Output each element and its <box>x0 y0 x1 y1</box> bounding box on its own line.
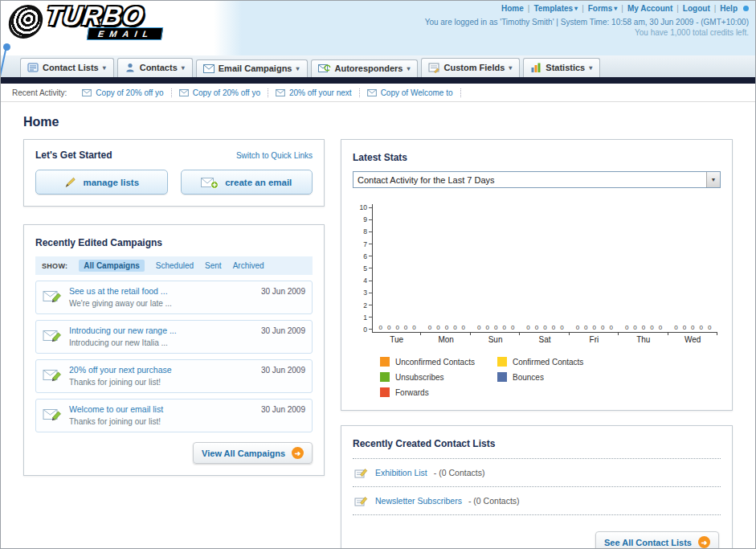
campaign-link[interactable]: Welcome to our email list <box>69 404 254 414</box>
envelope-pencil-icon <box>43 406 62 422</box>
view-all-campaigns-button[interactable]: View All Campaigns ➜ <box>193 442 313 464</box>
campaign-subtitle: We're giving away our late ... <box>69 299 254 308</box>
recent-activity-item-label: 20% off your next <box>289 88 352 97</box>
contact-list-count: - (0 Contacts) <box>434 468 485 477</box>
recent-activity-label: Recent Activity: <box>12 88 67 97</box>
tab-autoresponders[interactable]: Autoresponders ▾ <box>311 59 419 77</box>
see-all-contact-lists-button[interactable]: See All Contact Lists ➜ <box>595 531 719 549</box>
tab-label: Email Campaigns <box>219 64 292 73</box>
tab-email-campaigns[interactable]: Email Campaigns ▾ <box>196 59 308 77</box>
nav-separator: | <box>528 4 530 13</box>
campaign-filters: SHOW: All Campaigns Scheduled Sent Archi… <box>35 256 313 275</box>
chart-value-label: 0 <box>412 324 415 331</box>
card-pencil-icon <box>354 466 369 479</box>
contact-list-row: Exhibition List - (0 Contacts) <box>353 459 721 487</box>
tab-statistics[interactable]: Statistics ▾ <box>523 58 600 77</box>
chart-y-axis: 109876543210 <box>354 204 372 333</box>
nav-separator: | <box>582 4 584 13</box>
contact-activity-chart: 109876543210 000000000000000000000000000… <box>354 204 717 397</box>
campaign-row: 20% off your next purchase Thanks for jo… <box>35 359 313 393</box>
create-email-button[interactable]: create an email <box>181 170 313 195</box>
nav-templates[interactable]: Templates▾ <box>533 4 578 13</box>
campaign-link[interactable]: See us at the retail food ... <box>69 286 254 296</box>
latest-stats-panel: Latest Stats Contact Activity for the La… <box>341 139 733 411</box>
contact-list-link[interactable]: Newsletter Subscribers <box>375 496 462 506</box>
chart-y-tick-label: 10 <box>360 204 372 211</box>
chart-value-label: 0 <box>625 324 628 331</box>
chart-value-label: 0 <box>486 324 489 331</box>
recent-activity-item-label: Copy of 20% off yo <box>193 88 260 97</box>
contact-list-row: Newsletter Subscribers - (0 Contacts) <box>353 487 721 515</box>
recent-activity-item[interactable]: Copy of Welcome to <box>360 88 461 97</box>
manage-lists-button[interactable]: manage lists <box>35 170 168 195</box>
chart-value-label: 0 <box>593 324 596 331</box>
chart-value-label: 0 <box>683 324 686 331</box>
recent-activity-item[interactable]: Copy of 20% off yo <box>172 88 268 97</box>
chart-value-label: 0 <box>404 324 407 331</box>
nav-help[interactable]: Help <box>720 4 738 13</box>
nav-logout[interactable]: Logout <box>683 4 710 13</box>
campaign-link[interactable]: Introducing our new range ... <box>69 326 254 335</box>
nav-home[interactable]: Home <box>501 4 524 13</box>
chart-value-label: 0 <box>445 324 448 331</box>
tab-label: Custom Fields <box>443 63 505 72</box>
envelope-icon <box>82 89 92 96</box>
logo-text: TURBO EMAIL <box>46 3 162 40</box>
tab-custom-fields[interactable]: Custom Fields ▾ <box>421 58 520 77</box>
campaign-date: 30 Jun 2009 <box>261 366 305 375</box>
contact-list-items: Exhibition List - (0 Contacts) Newslette… <box>353 458 721 515</box>
tab-contact-lists[interactable]: Contact Lists ▾ <box>20 58 114 77</box>
legend-item: Confirmed Contacts <box>497 357 615 367</box>
show-label: SHOW: <box>42 262 67 270</box>
chevron-down-icon: ▾ <box>182 64 185 72</box>
chevron-down-icon: ▾ <box>589 64 592 72</box>
filter-archived[interactable]: Archived <box>233 261 264 270</box>
chart-value-label: 0 <box>453 324 456 331</box>
app-window: TURBO EMAIL Home | Templates▾ | Forms▾ |… <box>0 0 756 549</box>
chart-y-tick-label: 9 <box>363 216 372 223</box>
recent-activity-item[interactable]: Copy of 20% off yo <box>75 88 171 97</box>
legend-item: Bounces <box>497 372 615 382</box>
contact-list-link[interactable]: Exhibition List <box>375 468 427 477</box>
chart-value-label: 0 <box>526 324 529 331</box>
chart-value-label: 0 <box>691 324 694 331</box>
create-email-label: create an email <box>225 178 292 187</box>
nav-forms[interactable]: Forms▾ <box>588 4 618 13</box>
chart-value-label: 0 <box>502 324 505 331</box>
legend-item: Unsubscribes <box>380 372 497 382</box>
envelope-icon <box>179 89 189 96</box>
custom-fields-icon <box>428 62 439 73</box>
chart-value-label: 0 <box>674 324 677 331</box>
chart-x-tick-label: Tue <box>372 333 421 344</box>
filter-all-campaigns[interactable]: All Campaigns <box>79 260 144 272</box>
chevron-down-icon: ▾ <box>614 5 617 12</box>
nav-my-account[interactable]: My Account <box>627 4 672 13</box>
manage-lists-label: manage lists <box>83 178 139 187</box>
legend-label: Bounces <box>513 373 544 382</box>
legend-item: Unconfirmed Contacts <box>380 357 497 367</box>
switch-to-quick-links[interactable]: Switch to Quick Links <box>236 151 313 160</box>
chart-value-label: 0 <box>650 324 653 331</box>
arrow-right-icon: ➜ <box>292 447 304 459</box>
tab-label: Autoresponders <box>335 64 403 73</box>
latest-stats-title: Latest Stats <box>353 152 407 163</box>
legend-label: Confirmed Contacts <box>513 358 583 367</box>
filter-sent[interactable]: Sent <box>205 261 222 270</box>
filter-scheduled[interactable]: Scheduled <box>156 261 194 270</box>
chart-value-label: 0 <box>700 324 703 331</box>
stats-period-select[interactable]: Contact Activity for the Last 7 Days ▼ <box>353 171 721 188</box>
chevron-down-icon: ▼ <box>706 172 720 187</box>
recent-activity-item[interactable]: 20% off your next <box>268 88 360 97</box>
envelope-plus-icon <box>201 176 219 189</box>
chart-value-group: 00000 <box>422 324 471 331</box>
chevron-down-icon: ▾ <box>407 65 410 72</box>
chart-value-label: 0 <box>659 324 662 331</box>
app-logo[interactable]: TURBO EMAIL <box>9 3 162 40</box>
chart-value-label: 0 <box>609 324 612 331</box>
get-started-title: Let's Get Started <box>35 150 112 161</box>
tab-contacts[interactable]: Contacts ▾ <box>117 58 193 77</box>
campaign-link[interactable]: 20% off your next purchase <box>69 365 254 375</box>
chart-x-tick-label: Mon <box>421 333 470 344</box>
nav-my-account-label: My Account <box>627 4 672 13</box>
legend-swatch <box>380 372 390 382</box>
